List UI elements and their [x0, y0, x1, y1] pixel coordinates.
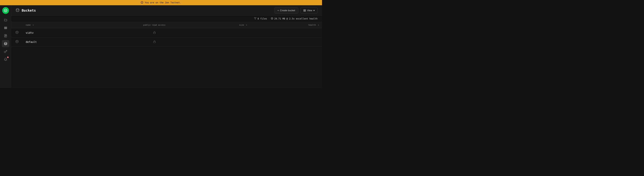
svg-marker-12 — [254, 18, 256, 20]
globe-icon — [271, 17, 273, 20]
files-stat: 8 files — [254, 17, 267, 20]
storage-info: 29.71 MB @ 2.5x excellent health — [274, 18, 318, 20]
storage-stat: 29.71 MB @ 2.5x excellent health — [271, 17, 318, 20]
view-icon — [303, 9, 306, 12]
table-header-row: name ▾ public read access size ▾ health — [11, 22, 322, 28]
create-bucket-button[interactable]: + Create bucket — [274, 7, 298, 14]
sidebar-item-files[interactable] — [2, 17, 9, 24]
svg-rect-1 — [4, 27, 7, 27]
app-logo[interactable] — [2, 7, 9, 14]
bucket-name-text: default — [26, 41, 37, 44]
notification-bar: ⓘ You are on the Zen Testnet. — [0, 0, 322, 5]
view-label: View — [307, 9, 312, 12]
th-access[interactable]: public read access — [118, 22, 190, 28]
row-health — [250, 28, 322, 38]
th-size-label: size — [239, 24, 244, 26]
lock-icon — [153, 41, 156, 44]
sidebar-item-layers[interactable] — [2, 24, 9, 32]
app-layout: Buckets + Create bucket View ▾ — [0, 5, 322, 88]
row-access — [118, 28, 190, 38]
th-health[interactable]: health ▾ — [250, 22, 322, 28]
sidebar — [0, 5, 11, 88]
files-count: 8 files — [258, 18, 267, 20]
svg-point-0 — [4, 9, 7, 12]
bucket-row-icon — [16, 31, 18, 35]
notification-text: You are on the Zen Testnet. — [145, 1, 181, 4]
th-size[interactable]: size ▾ — [190, 22, 250, 28]
row-size — [190, 28, 250, 38]
svg-rect-15 — [154, 32, 156, 34]
lock-icon — [153, 31, 156, 35]
table-row[interactable]: default — [11, 38, 322, 47]
header-left: Buckets — [16, 8, 36, 13]
table-container: name ▾ public read access size ▾ health — [11, 22, 322, 88]
row-size — [190, 38, 250, 47]
sidebar-item-notifications[interactable] — [2, 56, 9, 63]
notification-badge — [7, 57, 8, 58]
svg-rect-11 — [304, 11, 304, 12]
page-title: Buckets — [22, 9, 36, 12]
info-icon: ⓘ — [141, 1, 143, 4]
size-sort-icon: ▾ — [246, 24, 247, 26]
svg-rect-16 — [154, 41, 156, 43]
row-bucket-icon-cell — [11, 38, 22, 47]
row-access — [118, 38, 190, 47]
create-bucket-plus-icon: + — [278, 9, 279, 12]
stats-bar: 8 files 29.71 MB @ 2.5x excellent health — [11, 16, 322, 22]
main-content: Buckets + Create bucket View ▾ — [11, 5, 322, 88]
name-sort-icon: ▾ — [33, 24, 34, 26]
svg-rect-2 — [4, 28, 7, 28]
page-header: Buckets + Create bucket View ▾ — [11, 5, 322, 16]
row-name: vidtv — [22, 28, 118, 38]
view-chevron-icon: ▾ — [314, 9, 315, 12]
th-name-label: name — [26, 24, 31, 26]
bucket-name-text: vidtv — [26, 31, 34, 34]
filter-icon — [254, 17, 256, 20]
buckets-table: name ▾ public read access size ▾ health — [11, 22, 322, 47]
buckets-header-icon — [16, 8, 20, 13]
table-row[interactable]: vidtv — [11, 28, 322, 38]
svg-rect-10 — [305, 11, 306, 12]
header-actions: + Create bucket View ▾ — [274, 7, 318, 14]
sidebar-item-buckets[interactable] — [2, 40, 9, 47]
th-icon — [11, 22, 22, 28]
view-button[interactable]: View ▾ — [300, 7, 318, 14]
svg-point-7 — [4, 42, 7, 44]
row-bucket-icon-cell — [11, 28, 22, 38]
svg-rect-8 — [304, 9, 304, 10]
sidebar-item-documents[interactable] — [2, 32, 9, 39]
row-health — [250, 38, 322, 47]
th-access-label: public read access — [143, 24, 166, 26]
svg-rect-9 — [305, 9, 306, 10]
th-health-label: health — [308, 24, 316, 26]
create-bucket-label: Create bucket — [280, 9, 295, 12]
row-name: default — [22, 38, 118, 47]
bucket-row-icon — [16, 41, 18, 44]
svg-rect-3 — [4, 29, 7, 29]
svg-rect-6 — [5, 35, 6, 36]
health-sort-icon: ▾ — [318, 24, 319, 26]
sidebar-item-keys[interactable] — [2, 48, 9, 55]
th-name[interactable]: name ▾ — [22, 22, 118, 28]
